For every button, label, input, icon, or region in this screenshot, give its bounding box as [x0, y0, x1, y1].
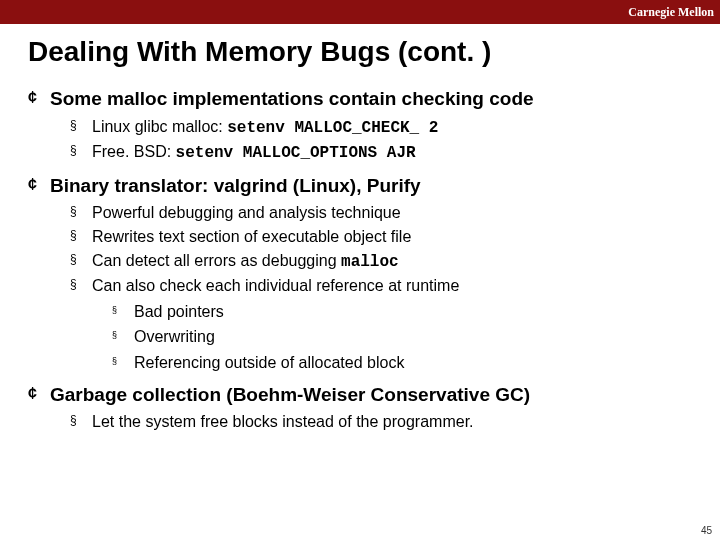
bullet-text: Linux glibc malloc: setenv MALLOC_CHECK_…	[92, 116, 692, 140]
bullet-text: Binary translator: valgrind (Linux), Pur…	[50, 173, 692, 199]
bullet-lvl2: § Can also check each individual referen…	[70, 275, 692, 297]
code-run: malloc	[341, 253, 399, 271]
square-bullet-icon: §	[70, 141, 92, 160]
square-bullet-icon: §	[70, 202, 92, 221]
small-square-bullet-icon: §	[112, 326, 134, 344]
bullet-text: Can also check each individual reference…	[92, 275, 692, 297]
code-run: setenv MALLOC_CHECK_ 2	[227, 119, 438, 137]
bullet-lvl3: § Overwriting	[112, 326, 692, 348]
square-bullet-icon: §	[70, 411, 92, 430]
square-bullet-icon: §	[70, 226, 92, 245]
slide: Carnegie Mellon Dealing With Memory Bugs…	[0, 0, 720, 540]
brand-text: Carnegie Mellon	[628, 5, 714, 20]
bullet-lvl1: ¢ Some malloc implementations contain ch…	[28, 86, 692, 112]
small-square-bullet-icon: §	[112, 301, 134, 319]
slide-title: Dealing With Memory Bugs (cont. )	[0, 24, 720, 78]
square-bullet-icon: §	[70, 250, 92, 269]
bullet-lvl2: § Free. BSD: setenv MALLOC_OPTIONS AJR	[70, 141, 692, 165]
bullet-text: Referencing outside of allocated block	[134, 352, 692, 374]
bullet-text: Rewrites text section of executable obje…	[92, 226, 692, 248]
page-number: 45	[701, 525, 712, 536]
square-bullet-icon: §	[70, 116, 92, 135]
bullet-text: Powerful debugging and analysis techniqu…	[92, 202, 692, 224]
bullet-text: Overwriting	[134, 326, 692, 348]
bullet-text: Some malloc implementations contain chec…	[50, 86, 692, 112]
header-bar: Carnegie Mellon	[0, 0, 720, 24]
text-run: Linux glibc malloc:	[92, 118, 227, 135]
circle-bullet-icon: ¢	[28, 173, 50, 197]
bullet-lvl1: ¢ Binary translator: valgrind (Linux), P…	[28, 173, 692, 199]
bullet-lvl3: § Bad pointers	[112, 301, 692, 323]
square-bullet-icon: §	[70, 275, 92, 294]
slide-content: ¢ Some malloc implementations contain ch…	[0, 86, 720, 433]
code-run: setenv MALLOC_OPTIONS AJR	[176, 144, 416, 162]
bullet-lvl2: § Let the system free blocks instead of …	[70, 411, 692, 433]
text-run: Free. BSD:	[92, 143, 176, 160]
bullet-text: Free. BSD: setenv MALLOC_OPTIONS AJR	[92, 141, 692, 165]
bullet-text: Bad pointers	[134, 301, 692, 323]
bullet-text: Can detect all errors as debugging mallo…	[92, 250, 692, 274]
text-run: Can detect all errors as debugging	[92, 252, 341, 269]
bullet-lvl2: § Linux glibc malloc: setenv MALLOC_CHEC…	[70, 116, 692, 140]
bullet-lvl2: § Powerful debugging and analysis techni…	[70, 202, 692, 224]
small-square-bullet-icon: §	[112, 352, 134, 370]
bullet-text: Garbage collection (Boehm-Weiser Conserv…	[50, 382, 692, 408]
circle-bullet-icon: ¢	[28, 382, 50, 406]
bullet-text: Let the system free blocks instead of th…	[92, 411, 692, 433]
bullet-lvl3: § Referencing outside of allocated block	[112, 352, 692, 374]
bullet-lvl2: § Can detect all errors as debugging mal…	[70, 250, 692, 274]
circle-bullet-icon: ¢	[28, 86, 50, 110]
bullet-lvl2: § Rewrites text section of executable ob…	[70, 226, 692, 248]
bullet-lvl1: ¢ Garbage collection (Boehm-Weiser Conse…	[28, 382, 692, 408]
